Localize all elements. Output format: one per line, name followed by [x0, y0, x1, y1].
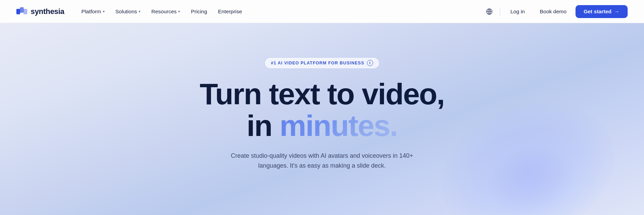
- arrow-icon: →: [614, 9, 620, 15]
- logo-text: synthesia: [31, 7, 64, 16]
- nav-pricing[interactable]: Pricing: [186, 6, 212, 17]
- navbar: synthesia Platform ▾ Solutions ▾ Resourc…: [0, 0, 644, 23]
- chevron-down-icon: ▾: [139, 10, 140, 13]
- nav-divider: [500, 8, 500, 15]
- logo[interactable]: synthesia: [16, 7, 64, 16]
- svg-rect-2: [24, 9, 27, 14]
- hero-title: Turn text to video, in minutes.: [200, 78, 444, 141]
- info-icon[interactable]: i: [367, 60, 373, 66]
- get-started-button[interactable]: Get started →: [576, 5, 628, 18]
- svg-rect-1: [20, 7, 24, 13]
- nav-resources[interactable]: Resources ▾: [147, 6, 185, 17]
- nav-platform[interactable]: Platform ▾: [77, 6, 109, 17]
- nav-right: Log in Book demo Get started →: [483, 5, 628, 18]
- nav-solutions[interactable]: Solutions ▾: [111, 6, 145, 17]
- svg-rect-0: [16, 9, 20, 14]
- nav-enterprise[interactable]: Enterprise: [213, 6, 247, 17]
- hero-section: #1 AI VIDEO PLATFORM FOR BUSINESS i Turn…: [0, 23, 644, 215]
- nav-links: Platform ▾ Solutions ▾ Resources ▾ Prici…: [77, 6, 247, 17]
- badge-container: #1 AI VIDEO PLATFORM FOR BUSINESS i: [264, 57, 380, 69]
- hero-subtitle: Create studio-quality videos with AI ava…: [227, 151, 417, 171]
- book-demo-button[interactable]: Book demo: [534, 6, 572, 17]
- chevron-down-icon: ▾: [178, 10, 180, 13]
- language-button[interactable]: [483, 5, 496, 18]
- login-button[interactable]: Log in: [504, 6, 531, 17]
- chevron-down-icon: ▾: [103, 10, 105, 13]
- logo-icon: [16, 7, 27, 16]
- nav-left: synthesia Platform ▾ Solutions ▾ Resourc…: [16, 6, 247, 17]
- hero-badge: #1 AI VIDEO PLATFORM FOR BUSINESS i: [264, 57, 380, 69]
- globe-icon: [486, 8, 493, 15]
